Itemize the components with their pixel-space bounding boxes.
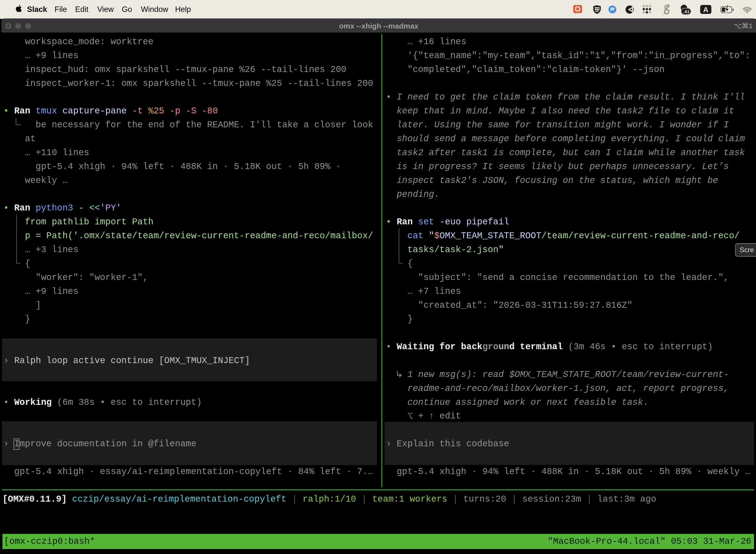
svg-text:A: A [703,6,708,14]
svg-text:..61: ..61 [683,9,690,14]
